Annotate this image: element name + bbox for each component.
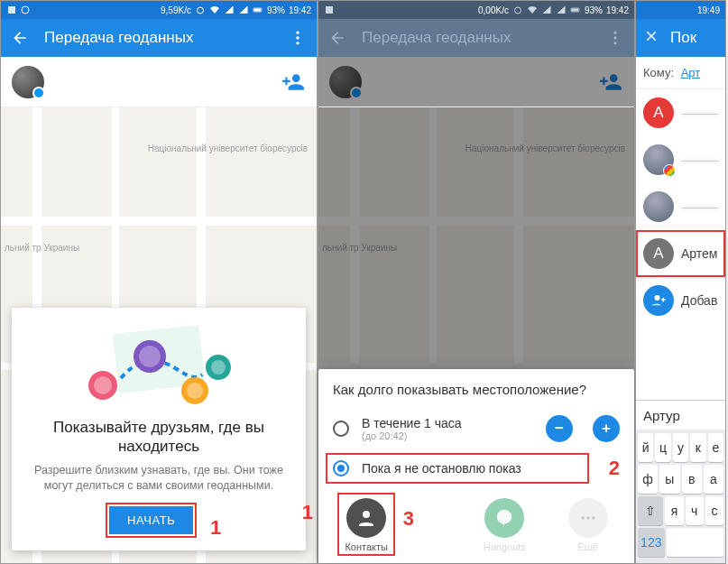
profile-row [318, 57, 634, 107]
share-target-contacts[interactable]: Контакты [345, 498, 388, 552]
wifi-icon [527, 5, 538, 15]
avatar[interactable] [12, 66, 44, 98]
back-button[interactable] [8, 26, 32, 50]
svg-rect-20 [571, 9, 578, 12]
share-target-row: Контакты 3 Hangouts Ещё [318, 485, 634, 558]
contact-item-selected[interactable]: A Артем [636, 230, 725, 277]
clock: 19:42 [289, 5, 311, 15]
svg-point-2 [197, 7, 203, 14]
key[interactable]: с [705, 496, 723, 525]
screen-contacts: 19:49 Пок Кому: Арт A ——— ——— ——— A Арте… [635, 0, 726, 564]
page-title: Передача геоданных [362, 29, 511, 47]
space-key[interactable] [667, 528, 723, 557]
map-poi-label: Національний університет біоресурсів [148, 143, 308, 153]
share-target-more[interactable]: Ещё [568, 498, 608, 552]
status-bar: 0,00K/c 93% 19:42 [318, 1, 634, 19]
share-label: Hangouts [484, 541, 526, 552]
screen-intro: 9,59K/c 93% 19:42 Передача геоданных Нац… [0, 0, 318, 564]
contact-name: ——— [681, 106, 719, 120]
battery-pct: 93% [267, 5, 285, 15]
increase-button[interactable]: + [593, 415, 620, 442]
wifi-icon [209, 5, 220, 15]
share-target-hangouts[interactable]: Hangouts [484, 498, 526, 552]
duration-option-untilstop[interactable]: Пока я не остановлю показ 2 [318, 451, 634, 485]
keyboard: Артур й ц у к е ф ы в а ⇧ я [636, 400, 725, 563]
recipient-field[interactable]: Кому: Арт [636, 57, 725, 89]
contact-item-add[interactable]: Добав [636, 277, 725, 324]
svg-point-1 [22, 6, 29, 14]
annotation-number: 2 [609, 457, 620, 480]
decrease-button[interactable]: − [546, 415, 573, 442]
key[interactable]: й [638, 433, 653, 462]
alarm-icon [512, 5, 523, 15]
key[interactable]: в [682, 465, 702, 494]
svg-point-27 [592, 516, 594, 519]
map-view[interactable]: Національний університет біоресурсів льн… [1, 107, 317, 563]
app-bar: Передача геоданных [318, 19, 634, 57]
contact-item[interactable]: A ——— [636, 89, 725, 136]
more-icon [568, 498, 608, 538]
svg-point-18 [514, 7, 521, 14]
shift-key[interactable]: ⇧ [638, 496, 663, 525]
sheet-title: Как долго показывать местоположение? [318, 382, 634, 406]
radio-unchecked-icon [333, 421, 349, 437]
numeric-key[interactable]: 123 [638, 528, 665, 557]
annotation-number: 1 [302, 501, 313, 523]
key[interactable]: ч [686, 496, 704, 525]
svg-point-24 [363, 511, 370, 518]
app-bar: Передача геоданных [1, 19, 317, 57]
svg-point-5 [296, 32, 299, 34]
radio-checked-icon [333, 460, 349, 476]
duration-option-1hour[interactable]: В течение 1 часа (до 20:42) − + [318, 406, 634, 451]
back-button[interactable] [326, 26, 349, 50]
option-sublabel: (до 20:42) [362, 430, 533, 441]
key[interactable]: ф [638, 465, 658, 494]
svg-point-16 [211, 360, 226, 374]
start-button[interactable]: НАЧАТЬ [109, 506, 193, 534]
share-label: Ещё [577, 541, 598, 552]
option-label: Пока я не остановлю показ [362, 461, 620, 476]
svg-rect-0 [8, 6, 15, 14]
key[interactable]: ц [655, 433, 670, 462]
status-bar: 9,59K/c 93% 19:42 [1, 1, 317, 19]
add-contact-icon [643, 285, 674, 316]
clock: 19:49 [697, 5, 720, 15]
keyboard-suggestion[interactable]: Артур [636, 401, 725, 430]
notification-icon [6, 5, 17, 15]
page-title: Пок [670, 29, 696, 47]
key[interactable]: к [690, 433, 705, 462]
svg-point-22 [613, 36, 616, 39]
google-badge-icon [663, 164, 676, 177]
close-button[interactable] [643, 28, 659, 48]
avatar [643, 191, 674, 222]
key[interactable]: ы [659, 465, 679, 494]
option-label: В течение 1 часа [362, 416, 533, 430]
app-bar: Пок [636, 19, 725, 57]
overflow-menu-button[interactable] [286, 26, 309, 50]
svg-rect-4 [253, 9, 261, 12]
page-title: Передача геоданных [44, 29, 193, 47]
contact-name: Добав [681, 293, 717, 308]
share-location-illustration [24, 320, 293, 411]
annotation-number: 3 [403, 507, 414, 531]
net-speed: 9,59K/c [161, 5, 191, 15]
svg-point-7 [296, 42, 299, 44]
contact-item[interactable]: ——— [636, 136, 725, 183]
key[interactable]: а [704, 465, 723, 494]
key[interactable]: у [673, 433, 688, 462]
key[interactable]: я [665, 496, 683, 525]
battery-icon [570, 5, 581, 15]
notification-icon [324, 5, 335, 15]
status-bar: 19:49 [636, 1, 725, 19]
svg-point-26 [586, 516, 589, 519]
svg-point-25 [581, 516, 584, 519]
add-person-button[interactable] [281, 69, 306, 95]
contact-item[interactable]: ——— [636, 183, 725, 230]
key[interactable]: е [708, 433, 723, 462]
overflow-menu-button[interactable] [604, 26, 627, 50]
intro-card: Показывайте друзьям, где вы находитесь Р… [12, 308, 306, 550]
hangouts-icon [484, 498, 524, 538]
share-label: Контакты [345, 541, 388, 552]
contacts-icon [346, 498, 386, 538]
screen-duration: 0,00K/c 93% 19:42 Передача геоданных [318, 0, 635, 564]
